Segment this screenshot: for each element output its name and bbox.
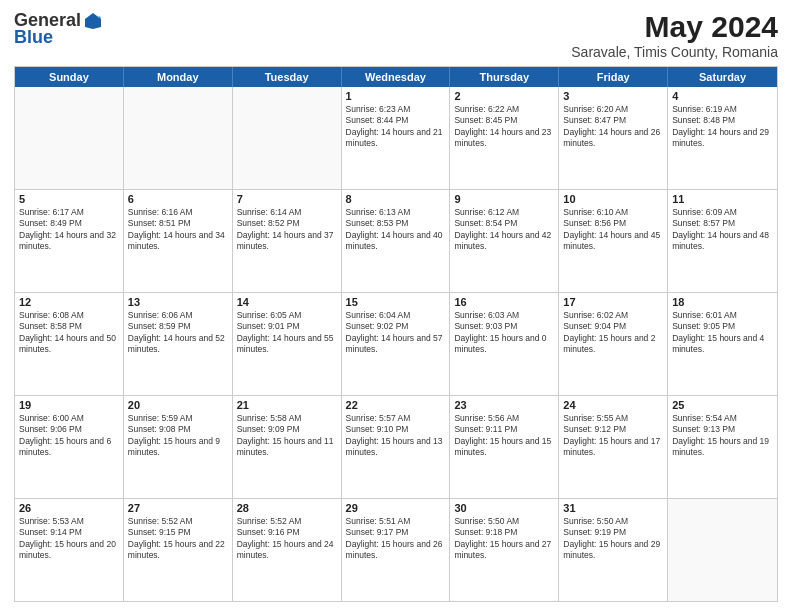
day-info: Sunrise: 5:55 AMSunset: 9:12 PMDaylight:… [563,413,663,459]
day-number: 29 [346,502,446,514]
day-info: Sunrise: 6:04 AMSunset: 9:02 PMDaylight:… [346,310,446,356]
calendar-cell [233,87,342,189]
calendar-row: 19Sunrise: 6:00 AMSunset: 9:06 PMDayligh… [15,396,777,499]
day-number: 26 [19,502,119,514]
day-number: 13 [128,296,228,308]
day-number: 21 [237,399,337,411]
day-info: Sunrise: 6:10 AMSunset: 8:56 PMDaylight:… [563,207,663,253]
logo-icon [83,11,103,31]
calendar-cell: 21Sunrise: 5:58 AMSunset: 9:09 PMDayligh… [233,396,342,498]
calendar-cell: 2Sunrise: 6:22 AMSunset: 8:45 PMDaylight… [450,87,559,189]
calendar-row: 12Sunrise: 6:08 AMSunset: 8:58 PMDayligh… [15,293,777,396]
calendar-cell: 13Sunrise: 6:06 AMSunset: 8:59 PMDayligh… [124,293,233,395]
logo-blue-text: Blue [14,27,53,48]
day-number: 25 [672,399,773,411]
day-info: Sunrise: 5:57 AMSunset: 9:10 PMDaylight:… [346,413,446,459]
day-info: Sunrise: 6:08 AMSunset: 8:58 PMDaylight:… [19,310,119,356]
main-title: May 2024 [571,10,778,44]
day-info: Sunrise: 6:13 AMSunset: 8:53 PMDaylight:… [346,207,446,253]
weekday-header: Saturday [668,67,777,87]
day-info: Sunrise: 6:22 AMSunset: 8:45 PMDaylight:… [454,104,554,150]
day-info: Sunrise: 5:56 AMSunset: 9:11 PMDaylight:… [454,413,554,459]
day-info: Sunrise: 6:09 AMSunset: 8:57 PMDaylight:… [672,207,773,253]
day-info: Sunrise: 6:14 AMSunset: 8:52 PMDaylight:… [237,207,337,253]
day-info: Sunrise: 6:23 AMSunset: 8:44 PMDaylight:… [346,104,446,150]
calendar-cell: 4Sunrise: 6:19 AMSunset: 8:48 PMDaylight… [668,87,777,189]
calendar-cell: 22Sunrise: 5:57 AMSunset: 9:10 PMDayligh… [342,396,451,498]
day-number: 9 [454,193,554,205]
calendar-cell: 7Sunrise: 6:14 AMSunset: 8:52 PMDaylight… [233,190,342,292]
calendar-cell: 31Sunrise: 5:50 AMSunset: 9:19 PMDayligh… [559,499,668,601]
calendar-cell: 18Sunrise: 6:01 AMSunset: 9:05 PMDayligh… [668,293,777,395]
calendar-cell: 14Sunrise: 6:05 AMSunset: 9:01 PMDayligh… [233,293,342,395]
day-number: 7 [237,193,337,205]
day-info: Sunrise: 6:00 AMSunset: 9:06 PMDaylight:… [19,413,119,459]
day-number: 1 [346,90,446,102]
day-number: 4 [672,90,773,102]
weekday-header: Thursday [450,67,559,87]
calendar-cell: 8Sunrise: 6:13 AMSunset: 8:53 PMDaylight… [342,190,451,292]
day-number: 8 [346,193,446,205]
day-number: 5 [19,193,119,205]
calendar-body: 1Sunrise: 6:23 AMSunset: 8:44 PMDaylight… [15,87,777,601]
day-number: 18 [672,296,773,308]
day-number: 31 [563,502,663,514]
calendar-header: SundayMondayTuesdayWednesdayThursdayFrid… [15,67,777,87]
calendar-cell: 26Sunrise: 5:53 AMSunset: 9:14 PMDayligh… [15,499,124,601]
weekday-header: Wednesday [342,67,451,87]
calendar-cell [124,87,233,189]
calendar-cell: 24Sunrise: 5:55 AMSunset: 9:12 PMDayligh… [559,396,668,498]
day-number: 3 [563,90,663,102]
calendar-cell: 28Sunrise: 5:52 AMSunset: 9:16 PMDayligh… [233,499,342,601]
day-info: Sunrise: 5:50 AMSunset: 9:18 PMDaylight:… [454,516,554,562]
day-number: 15 [346,296,446,308]
day-info: Sunrise: 5:51 AMSunset: 9:17 PMDaylight:… [346,516,446,562]
calendar-cell: 17Sunrise: 6:02 AMSunset: 9:04 PMDayligh… [559,293,668,395]
day-info: Sunrise: 5:50 AMSunset: 9:19 PMDaylight:… [563,516,663,562]
day-number: 20 [128,399,228,411]
calendar-cell: 1Sunrise: 6:23 AMSunset: 8:44 PMDaylight… [342,87,451,189]
day-number: 17 [563,296,663,308]
calendar-row: 1Sunrise: 6:23 AMSunset: 8:44 PMDaylight… [15,87,777,190]
day-info: Sunrise: 5:52 AMSunset: 9:16 PMDaylight:… [237,516,337,562]
day-info: Sunrise: 6:20 AMSunset: 8:47 PMDaylight:… [563,104,663,150]
day-info: Sunrise: 6:19 AMSunset: 8:48 PMDaylight:… [672,104,773,150]
day-info: Sunrise: 5:58 AMSunset: 9:09 PMDaylight:… [237,413,337,459]
day-number: 6 [128,193,228,205]
calendar-cell: 30Sunrise: 5:50 AMSunset: 9:18 PMDayligh… [450,499,559,601]
day-number: 11 [672,193,773,205]
day-info: Sunrise: 5:54 AMSunset: 9:13 PMDaylight:… [672,413,773,459]
calendar: SundayMondayTuesdayWednesdayThursdayFrid… [14,66,778,602]
day-number: 12 [19,296,119,308]
day-number: 23 [454,399,554,411]
calendar-row: 5Sunrise: 6:17 AMSunset: 8:49 PMDaylight… [15,190,777,293]
day-number: 24 [563,399,663,411]
day-info: Sunrise: 6:06 AMSunset: 8:59 PMDaylight:… [128,310,228,356]
logo: General Blue [14,10,103,48]
day-info: Sunrise: 6:02 AMSunset: 9:04 PMDaylight:… [563,310,663,356]
page: General Blue May 2024 Saravale, Timis Co… [0,0,792,612]
day-info: Sunrise: 5:53 AMSunset: 9:14 PMDaylight:… [19,516,119,562]
day-number: 2 [454,90,554,102]
day-info: Sunrise: 6:05 AMSunset: 9:01 PMDaylight:… [237,310,337,356]
calendar-cell: 9Sunrise: 6:12 AMSunset: 8:54 PMDaylight… [450,190,559,292]
day-number: 14 [237,296,337,308]
day-info: Sunrise: 6:16 AMSunset: 8:51 PMDaylight:… [128,207,228,253]
weekday-header: Friday [559,67,668,87]
weekday-header: Tuesday [233,67,342,87]
calendar-cell: 12Sunrise: 6:08 AMSunset: 8:58 PMDayligh… [15,293,124,395]
day-number: 10 [563,193,663,205]
day-number: 27 [128,502,228,514]
calendar-cell: 29Sunrise: 5:51 AMSunset: 9:17 PMDayligh… [342,499,451,601]
calendar-row: 26Sunrise: 5:53 AMSunset: 9:14 PMDayligh… [15,499,777,601]
day-info: Sunrise: 5:59 AMSunset: 9:08 PMDaylight:… [128,413,228,459]
title-block: May 2024 Saravale, Timis County, Romania [571,10,778,60]
header: General Blue May 2024 Saravale, Timis Co… [14,10,778,60]
day-info: Sunrise: 6:12 AMSunset: 8:54 PMDaylight:… [454,207,554,253]
calendar-cell: 25Sunrise: 5:54 AMSunset: 9:13 PMDayligh… [668,396,777,498]
calendar-cell [668,499,777,601]
calendar-cell: 10Sunrise: 6:10 AMSunset: 8:56 PMDayligh… [559,190,668,292]
calendar-cell: 16Sunrise: 6:03 AMSunset: 9:03 PMDayligh… [450,293,559,395]
calendar-cell: 23Sunrise: 5:56 AMSunset: 9:11 PMDayligh… [450,396,559,498]
day-number: 16 [454,296,554,308]
